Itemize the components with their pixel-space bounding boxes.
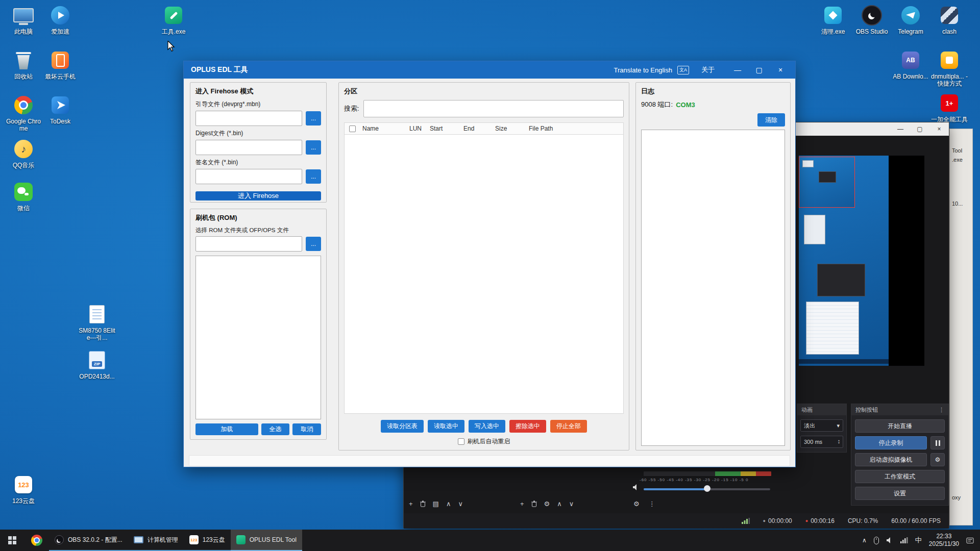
desktop-icon-aijiasu[interactable]: 爱加速 [41, 4, 80, 35]
trash-icon[interactable] [531, 500, 537, 507]
taskbar-item-obs[interactable]: OBS 32.0.2 - 配置... [49, 530, 128, 551]
studio-mode-button[interactable]: 工作室模式 [855, 470, 945, 483]
signature-file-browse-button[interactable]: ... [306, 169, 321, 184]
column-header-filepath[interactable]: File Path [526, 125, 623, 132]
boot-file-browse-button[interactable]: ... [306, 111, 321, 126]
clear-log-button[interactable]: 清除 [757, 113, 785, 127]
desktop-icon-clash[interactable]: clash [930, 4, 969, 35]
desktop-icon-opd-zip[interactable]: ZIP OPD2413d... [78, 349, 116, 380]
network-tray-icon[interactable] [900, 537, 908, 543]
search-input[interactable] [363, 100, 624, 117]
translate-icon[interactable]: 文A [677, 66, 689, 74]
auto-reboot-checkbox[interactable] [458, 438, 464, 445]
move-down-icon[interactable]: ∨ [458, 500, 463, 508]
desktop-icon-cloud-phone[interactable]: 最坏云手机 [41, 49, 80, 80]
desktop-icon-123pan[interactable]: 123 123云盘 [4, 473, 43, 505]
digest-file-browse-button[interactable]: ... [306, 140, 321, 155]
read-partition-table-button[interactable]: 读取分区表 [381, 420, 424, 433]
desktop-icon-qq-music[interactable]: ♪ QQ音乐 [4, 138, 43, 169]
spin-down-icon[interactable]: ▾ [838, 442, 840, 444]
kebab-menu-icon[interactable]: ⋮ [649, 500, 655, 508]
ime-indicator[interactable]: 中 [915, 536, 922, 545]
select-all-button[interactable]: 全选 [261, 423, 290, 435]
volume-tray-icon[interactable] [886, 537, 893, 544]
hidden-icons-chevron[interactable]: ∧ [862, 537, 867, 544]
minimize-button[interactable]: — [727, 63, 748, 77]
desktop-icon-dnmultiplayer[interactable]: dnmultipla... - 快捷方式 [930, 49, 969, 87]
speaker-icon[interactable] [632, 484, 640, 493]
column-header-name[interactable]: Name [360, 125, 407, 132]
transition-select[interactable]: 淡出 ▾ [800, 419, 843, 432]
trash-icon[interactable] [420, 500, 426, 507]
add-icon[interactable]: + [409, 500, 413, 508]
taskbar-item-123pan[interactable]: 123 123云盘 [184, 530, 231, 551]
taskbar-chrome-button[interactable] [24, 530, 49, 551]
boot-file-input[interactable] [195, 111, 302, 126]
partition-table-body[interactable] [344, 135, 624, 414]
desktop-icon-clean-exe[interactable]: 清理.exe [814, 4, 852, 35]
cancel-button[interactable]: 取消 [292, 423, 321, 435]
move-up-icon[interactable]: ∧ [446, 500, 451, 508]
taskbar-clock[interactable]: 22:33 2025/11/30 [929, 533, 959, 548]
desktop-icon-todesk[interactable]: ToDesk [41, 94, 80, 125]
column-header-end[interactable]: End [461, 125, 493, 132]
desktop-icon-chrome[interactable]: Google Chrome [4, 94, 43, 132]
virtual-camera-settings-button[interactable]: ⚙ [930, 453, 945, 466]
about-menu[interactable]: 关于 [701, 65, 715, 74]
read-selected-button[interactable]: 读取选中 [428, 420, 464, 433]
desktop-icon-ab-download[interactable]: AB AB Downlo... [891, 49, 930, 80]
settings-button[interactable]: 设置 [855, 487, 945, 500]
rom-browse-button[interactable]: ... [306, 237, 321, 251]
mouse-tray-icon[interactable] [874, 537, 879, 544]
desktop-icon-recycle-bin[interactable]: 回收站 [4, 49, 43, 80]
load-button[interactable]: 加载 [195, 423, 258, 435]
rom-file-list[interactable] [195, 256, 321, 419]
gear-icon[interactable]: ⚙ [544, 500, 550, 508]
stop-recording-button[interactable]: 停止录制 [855, 436, 927, 449]
translate-link[interactable]: Translate to English [614, 66, 672, 74]
close-button[interactable]: × [770, 63, 791, 77]
select-all-checkbox[interactable] [349, 126, 356, 132]
desktop-icon-telegram[interactable]: Telegram [891, 4, 930, 35]
column-header-size[interactable]: Size [493, 125, 526, 132]
volume-slider-handle[interactable] [704, 485, 710, 492]
desktop-icon-oneplus-tool[interactable]: 1+ 一加全能工具 [930, 92, 969, 123]
enter-firehose-button[interactable]: 进入 Firehose [195, 191, 321, 201]
stop-all-button[interactable]: 停止全部 [550, 420, 587, 433]
rom-path-input[interactable] [195, 236, 302, 252]
start-button[interactable] [0, 530, 24, 551]
edl-titlebar[interactable]: OPLUS EDL 工具 Translate to English 文A 关于 … [184, 61, 795, 79]
desktop-icon-wechat[interactable]: 微信 [4, 181, 43, 212]
column-header-lun[interactable]: LUN [407, 125, 427, 132]
column-header-start[interactable]: Start [427, 125, 461, 132]
pause-icon [936, 440, 940, 446]
obs-close-button[interactable]: × [929, 122, 949, 136]
panel-menu-icon[interactable]: ⋮ [939, 407, 944, 413]
move-down-icon[interactable]: ∨ [569, 500, 574, 508]
digest-file-input[interactable] [195, 140, 302, 155]
taskbar-item-oplus-edl[interactable]: OPLUS EDL Tool [231, 530, 302, 551]
obs-minimize-button[interactable]: — [891, 122, 910, 136]
write-selected-button[interactable]: 写入选中 [469, 420, 505, 433]
gear-icon[interactable]: ⚙ [633, 500, 640, 508]
desktop-icon-this-pc[interactable]: 此电脑 [4, 4, 43, 35]
desktop-icon-tool-exe[interactable]: 工具.exe [154, 4, 193, 35]
move-up-icon[interactable]: ∧ [557, 500, 562, 508]
start-streaming-button[interactable]: 开始直播 [855, 419, 945, 433]
signature-file-input[interactable] [195, 169, 302, 184]
pause-recording-button[interactable] [930, 436, 945, 449]
properties-icon[interactable]: ▤ [433, 500, 439, 508]
transition-duration-spinner[interactable]: 300 ms ▴▾ [800, 436, 843, 448]
desktop-icon-obs-studio[interactable]: OBS Studio [852, 4, 891, 35]
obs-maximize-button[interactable]: ▢ [910, 122, 929, 136]
taskbar-item-computer-management[interactable]: 计算机管理 [128, 530, 184, 551]
add-icon[interactable]: + [520, 500, 524, 508]
start-virtual-camera-button[interactable]: 启动虚拟摄像机 [855, 453, 927, 466]
scenes-toolbar: + ▤ ∧ ∨ [409, 498, 463, 509]
obs-preview-thumbnail[interactable] [799, 156, 924, 366]
erase-selected-button[interactable]: 擦除选中 [509, 420, 546, 433]
maximize-button[interactable]: ▢ [748, 63, 770, 77]
icon-label: SM8750 8Elite---引... [78, 327, 116, 341]
desktop-icon-sm8750-file[interactable]: SM8750 8Elite---引... [78, 303, 116, 341]
notification-center-icon[interactable] [966, 537, 974, 544]
